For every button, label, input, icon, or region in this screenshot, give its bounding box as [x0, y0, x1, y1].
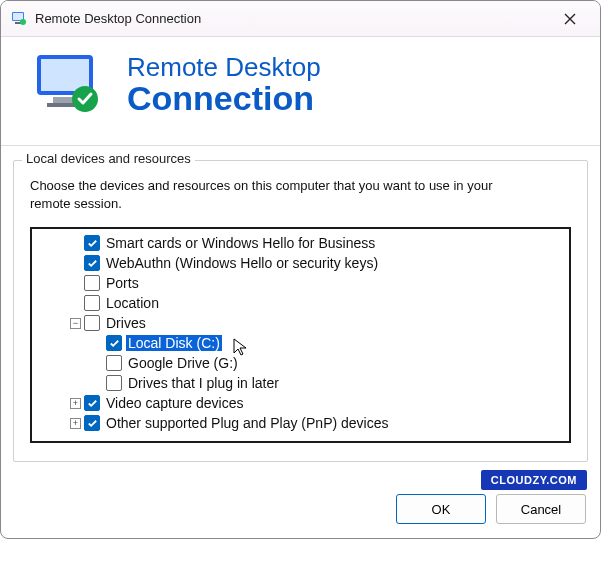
checkbox[interactable] [84, 315, 100, 331]
header-banner: Remote Desktop Connection [1, 37, 600, 145]
rdc-dialog: Remote Desktop Connection Remote Desktop… [0, 0, 601, 539]
collapse-button[interactable]: − [70, 318, 81, 329]
tree-item-drives-plug-later[interactable]: Drives that I plug in later [34, 373, 567, 393]
tree-label: WebAuthn (Windows Hello or security keys… [104, 255, 380, 271]
tree-item-webauthn[interactable]: WebAuthn (Windows Hello or security keys… [34, 253, 567, 273]
checkbox[interactable] [106, 335, 122, 351]
checkbox[interactable] [106, 355, 122, 371]
titlebar-title: Remote Desktop Connection [35, 11, 550, 26]
tree-label: Ports [104, 275, 141, 291]
watermark-badge: CLOUDZY.COM [481, 470, 587, 490]
app-icon [11, 11, 27, 27]
header-line2: Connection [127, 81, 321, 117]
header-line1: Remote Desktop [127, 54, 321, 81]
group-legend: Local devices and resources [22, 151, 195, 166]
tree-label: Local Disk (C:) [126, 335, 222, 351]
close-icon [563, 12, 577, 26]
cancel-button[interactable]: Cancel [496, 494, 586, 524]
svg-rect-1 [13, 13, 23, 20]
checkbox[interactable] [84, 395, 100, 411]
header-text: Remote Desktop Connection [127, 54, 321, 117]
group-description: Choose the devices and resources on this… [30, 177, 510, 213]
tree-label: Drives that I plug in later [126, 375, 281, 391]
checkbox[interactable] [84, 295, 100, 311]
local-devices-group: Local devices and resources Choose the d… [13, 160, 588, 462]
tree-label: Smart cards or Windows Hello for Busines… [104, 235, 377, 251]
checkbox[interactable] [106, 375, 122, 391]
tree-label: Video capture devices [104, 395, 246, 411]
svg-rect-5 [41, 59, 89, 91]
svg-point-3 [20, 19, 26, 25]
titlebar: Remote Desktop Connection [1, 1, 600, 37]
tree-item-ports[interactable]: Ports [34, 273, 567, 293]
checkbox[interactable] [84, 235, 100, 251]
tree-label: Drives [104, 315, 148, 331]
tree-item-drives[interactable]: − Drives [34, 313, 567, 333]
tree-item-video-capture[interactable]: + Video capture devices [34, 393, 567, 413]
expand-button[interactable]: + [70, 398, 81, 409]
tree-item-google-drive-g[interactable]: Google Drive (G:) [34, 353, 567, 373]
header-monitor-icon [31, 51, 105, 119]
body-area: Local devices and resources Choose the d… [1, 145, 600, 480]
checkbox[interactable] [84, 275, 100, 291]
close-button[interactable] [550, 4, 590, 34]
tree-item-local-disk-c[interactable]: Local Disk (C:) [34, 333, 567, 353]
checkbox[interactable] [84, 415, 100, 431]
checkbox[interactable] [84, 255, 100, 271]
tree-item-pnp-devices[interactable]: + Other supported Plug and Play (PnP) de… [34, 413, 567, 433]
ok-button[interactable]: OK [396, 494, 486, 524]
tree-label: Google Drive (G:) [126, 355, 240, 371]
tree-label: Other supported Plug and Play (PnP) devi… [104, 415, 391, 431]
device-tree: Smart cards or Windows Hello for Busines… [30, 227, 571, 443]
tree-label: Location [104, 295, 161, 311]
expand-button[interactable]: + [70, 418, 81, 429]
tree-item-location[interactable]: Location [34, 293, 567, 313]
tree-item-smartcards[interactable]: Smart cards or Windows Hello for Busines… [34, 233, 567, 253]
